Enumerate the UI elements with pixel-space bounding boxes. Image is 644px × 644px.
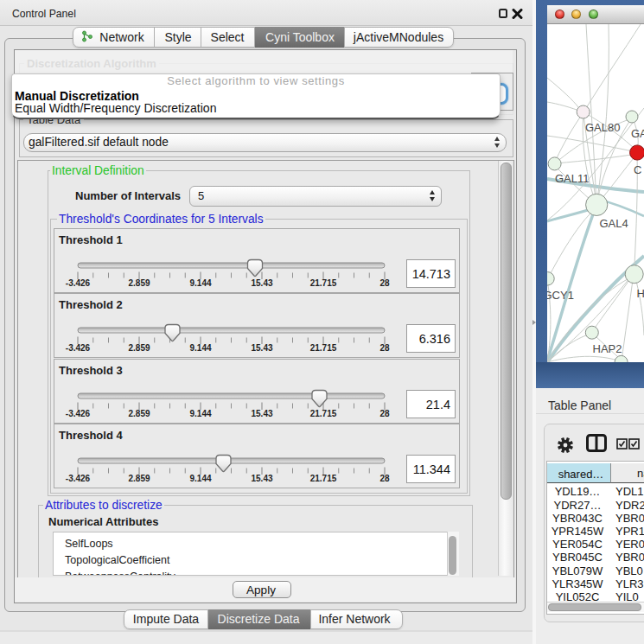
svg-text:9.144: 9.144 bbox=[189, 278, 211, 288]
svg-text:15.43: 15.43 bbox=[251, 343, 272, 353]
svg-text:HAP2: HAP2 bbox=[593, 342, 622, 355]
svg-text:2.859: 2.859 bbox=[128, 409, 150, 418]
svg-text:28: 28 bbox=[379, 409, 390, 418]
svg-text:21.715: 21.715 bbox=[310, 409, 337, 418]
svg-text:21.715: 21.715 bbox=[310, 474, 337, 483]
svg-text:GAL11: GAL11 bbox=[555, 172, 590, 185]
svg-text:C: C bbox=[634, 163, 641, 176]
svg-text:-3.426: -3.426 bbox=[66, 474, 91, 483]
svg-text:GAL4: GAL4 bbox=[600, 217, 628, 230]
svg-text:28: 28 bbox=[379, 474, 390, 483]
svg-text:-3.426: -3.426 bbox=[66, 343, 91, 353]
svg-text:GCY1: GCY1 bbox=[547, 289, 574, 302]
svg-text:9.144: 9.144 bbox=[189, 474, 211, 483]
svg-text:21.715: 21.715 bbox=[310, 278, 337, 288]
svg-text:2.859: 2.859 bbox=[128, 474, 150, 483]
svg-text:2.859: 2.859 bbox=[128, 278, 150, 288]
svg-text:15.43: 15.43 bbox=[251, 278, 272, 288]
svg-text:2.859: 2.859 bbox=[128, 343, 150, 353]
svg-text:H: H bbox=[637, 287, 644, 300]
svg-text:21.715: 21.715 bbox=[310, 343, 337, 353]
svg-text:28: 28 bbox=[379, 278, 390, 288]
svg-text:9.144: 9.144 bbox=[189, 409, 211, 418]
svg-text:-3.426: -3.426 bbox=[66, 409, 91, 418]
svg-text:15.43: 15.43 bbox=[251, 474, 272, 483]
svg-text:28: 28 bbox=[379, 343, 390, 353]
svg-text:GAL80: GAL80 bbox=[585, 121, 620, 134]
svg-text:15.43: 15.43 bbox=[251, 409, 272, 418]
svg-text:GA: GA bbox=[631, 127, 644, 140]
svg-text:-3.426: -3.426 bbox=[66, 278, 91, 288]
svg-text:9.144: 9.144 bbox=[189, 343, 211, 353]
